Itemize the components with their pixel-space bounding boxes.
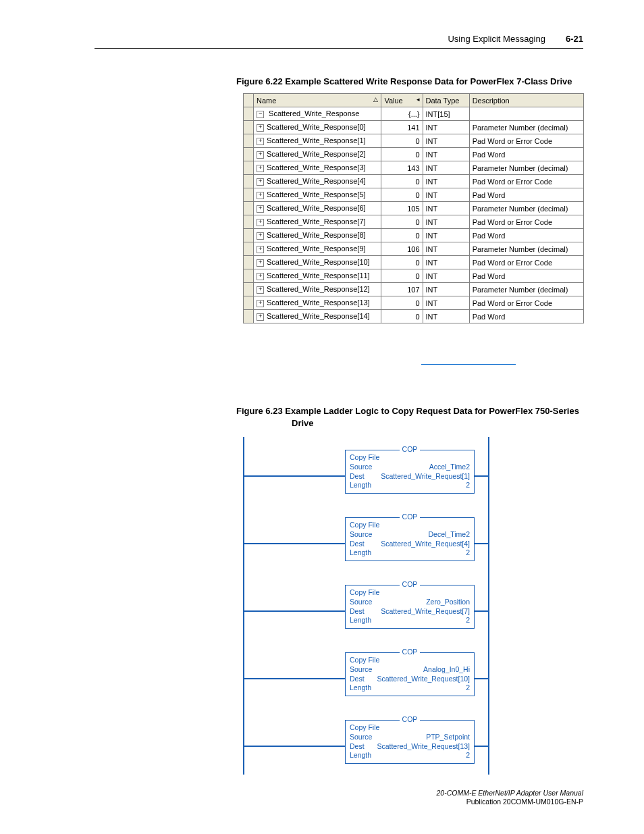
expand-icon[interactable]: + xyxy=(257,259,264,267)
row-type: INT xyxy=(423,202,469,215)
col-type[interactable]: Data Type xyxy=(423,94,469,107)
ladder-rung: COPCopy FileSourceDecel_Time2DestScatter… xyxy=(243,504,489,572)
cop-dest-label: Dest xyxy=(350,742,365,752)
cop-source-label: Source xyxy=(350,665,372,675)
cop-instruction[interactable]: COPCopy FileSourcePTP_SetpointDestScatte… xyxy=(345,720,475,764)
table-row[interactable]: +Scattered_Write_Response[11]0INTPad Wor… xyxy=(244,269,584,283)
cop-dest-label: Dest xyxy=(350,472,365,481)
cop-source-value: Zero_Position xyxy=(426,598,470,607)
rung-wire xyxy=(244,475,345,477)
row-name: Scattered_Write_Response[0] xyxy=(267,123,366,131)
cop-instruction[interactable]: COPCopy FileSourceAnalog_In0_HiDestScatt… xyxy=(345,652,475,696)
table-row[interactable]: +Scattered_Write_Response[3]143INTParame… xyxy=(244,161,584,175)
row-desc: Pad Word or Error Code xyxy=(469,256,583,269)
root-desc xyxy=(469,107,583,121)
table-row-root[interactable]: − Scattered_Write_Response {...} INT[15] xyxy=(244,107,584,121)
row-value: 0 xyxy=(381,188,423,202)
rung-wire-right xyxy=(475,610,488,612)
row-desc: Pad Word xyxy=(469,229,583,242)
table-row[interactable]: +Scattered_Write_Response[0]141INTParame… xyxy=(244,121,584,134)
cop-dest-value: Scattered_Write_Request[10] xyxy=(377,675,470,684)
table-row[interactable]: +Scattered_Write_Response[6]105INTParame… xyxy=(244,202,584,215)
cop-title: COP xyxy=(400,580,421,588)
expand-icon[interactable]: + xyxy=(257,192,264,199)
expand-icon[interactable]: + xyxy=(257,273,264,280)
row-value: 141 xyxy=(381,121,423,134)
cop-length-label: Length xyxy=(350,683,371,693)
col-name[interactable]: Name △ xyxy=(254,94,381,107)
root-value: {...} xyxy=(381,107,423,121)
row-type: INT xyxy=(423,269,469,283)
expand-icon[interactable]: + xyxy=(257,313,264,321)
table-row[interactable]: +Scattered_Write_Response[7]0INTPad Word… xyxy=(244,215,584,229)
expand-icon[interactable]: + xyxy=(257,151,264,159)
figure-623-caption: Figure 6.23 Example Ladder Logic to Copy… xyxy=(236,405,583,429)
table-row[interactable]: +Scattered_Write_Response[1]0INTPad Word… xyxy=(244,134,584,148)
rung-wire-right xyxy=(475,543,488,544)
row-type: INT xyxy=(423,242,469,256)
cop-length-label: Length xyxy=(350,548,371,558)
col-desc[interactable]: Description xyxy=(469,94,583,107)
table-row[interactable]: +Scattered_Write_Response[2]0INTPad Word xyxy=(244,148,584,161)
table-row[interactable]: +Scattered_Write_Response[8]0INTPad Word xyxy=(244,229,584,242)
row-value: 0 xyxy=(381,148,423,161)
cop-func: Copy File xyxy=(350,723,379,733)
rung-wire xyxy=(244,610,345,612)
cop-source-value: Decel_Time2 xyxy=(429,530,470,540)
row-value: 0 xyxy=(381,269,423,283)
collapse-icon[interactable]: − xyxy=(257,111,264,118)
cop-dest-label: Dest xyxy=(350,675,365,684)
page-number: 6-21 xyxy=(566,34,583,44)
sort-value-icon: ◂ xyxy=(417,96,420,103)
expand-icon[interactable]: + xyxy=(257,246,264,253)
cop-source-label: Source xyxy=(350,733,372,742)
ladder-diagram: COPCopy FileSourceAccel_Time2DestScatter… xyxy=(243,437,489,775)
expand-icon[interactable]: + xyxy=(257,286,264,294)
expand-icon[interactable]: + xyxy=(257,205,264,213)
left-rail xyxy=(243,707,244,775)
cop-length-label: Length xyxy=(350,751,371,760)
expand-icon[interactable]: + xyxy=(257,219,264,226)
row-value: 107 xyxy=(381,283,423,296)
cop-length-value: 2 xyxy=(466,481,470,490)
row-name: Scattered_Write_Response[12] xyxy=(267,285,370,293)
col-value[interactable]: Value ◂ xyxy=(381,94,423,107)
cop-length-label: Length xyxy=(350,616,371,625)
row-desc: Pad Word xyxy=(469,269,583,283)
gutter-header xyxy=(244,94,254,107)
col-name-label: Name xyxy=(257,97,276,105)
root-type: INT[15] xyxy=(423,107,469,121)
left-rail xyxy=(243,640,244,707)
row-value: 0 xyxy=(381,256,423,269)
row-name: Scattered_Write_Response[10] xyxy=(267,258,370,266)
right-rail xyxy=(488,504,489,572)
expand-icon[interactable]: + xyxy=(257,124,264,132)
expand-icon[interactable]: + xyxy=(257,165,264,172)
table-row[interactable]: +Scattered_Write_Response[5]0INTPad Word xyxy=(244,188,584,202)
expand-icon[interactable]: + xyxy=(257,232,264,240)
table-row[interactable]: +Scattered_Write_Response[10]0INTPad Wor… xyxy=(244,256,584,269)
expand-icon[interactable]: + xyxy=(257,138,264,145)
table-row[interactable]: +Scattered_Write_Response[12]107INTParam… xyxy=(244,283,584,296)
table-row[interactable]: +Scattered_Write_Response[4]0INTPad Word… xyxy=(244,175,584,188)
cop-dest-value: Scattered_Write_Request[1] xyxy=(381,472,470,481)
cop-source-value: Accel_Time2 xyxy=(429,463,470,472)
cop-instruction[interactable]: COPCopy FileSourceZero_PositionDestScatt… xyxy=(345,585,475,629)
cop-title: COP xyxy=(400,648,421,656)
cop-instruction[interactable]: COPCopy FileSourceAccel_Time2DestScatter… xyxy=(345,450,475,494)
page-header: Using Explicit Messaging 6-21 xyxy=(95,34,583,49)
cop-source-value: Analog_In0_Hi xyxy=(423,665,470,675)
table-row[interactable]: +Scattered_Write_Response[14]0INTPad Wor… xyxy=(244,310,584,323)
ladder-rung: COPCopy FileSourceZero_PositionDestScatt… xyxy=(243,572,489,640)
expand-icon[interactable]: + xyxy=(257,300,264,307)
table-row[interactable]: +Scattered_Write_Response[13]0INTPad Wor… xyxy=(244,296,584,310)
cop-instruction[interactable]: COPCopy FileSourceDecel_Time2DestScatter… xyxy=(345,517,475,561)
expand-icon[interactable]: + xyxy=(257,178,264,186)
rung-wire-right xyxy=(475,678,488,679)
table-row[interactable]: +Scattered_Write_Response[9]106INTParame… xyxy=(244,242,584,256)
right-rail xyxy=(488,707,489,775)
root-name: Scattered_Write_Response xyxy=(269,109,359,118)
row-type: INT xyxy=(423,121,469,134)
rung-wire xyxy=(244,746,345,747)
row-type: INT xyxy=(423,215,469,229)
